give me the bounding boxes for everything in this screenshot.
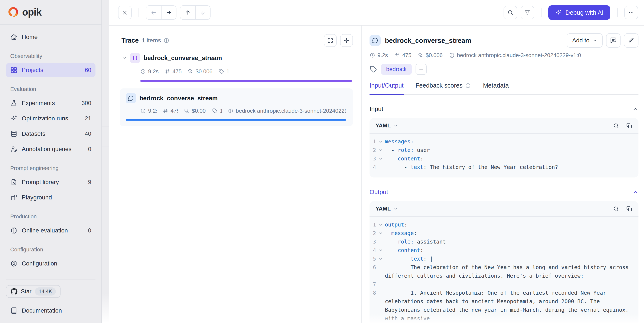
- cost-stat: $0.006: [188, 68, 213, 75]
- code-text: message:: [385, 229, 632, 238]
- edit-button[interactable]: [624, 33, 638, 48]
- comments-button[interactable]: [606, 33, 620, 48]
- fold-spacer: [379, 163, 385, 166]
- sidebar-item-label: Annotation queues: [22, 146, 84, 152]
- tag-icon: [370, 66, 377, 73]
- logo-wordmark: opik: [22, 6, 42, 18]
- sidebar-item-online-evaluation[interactable]: Online evaluation0: [6, 223, 96, 238]
- sidebar-item-count: 21: [85, 115, 91, 122]
- chevron-up-icon[interactable]: [632, 189, 638, 195]
- code-language-select[interactable]: YAML: [376, 206, 398, 212]
- line-number: 4: [373, 246, 379, 254]
- tab-feedback-scores[interactable]: Feedback scores: [416, 82, 471, 95]
- line-number: 3: [373, 238, 379, 246]
- sidebar-item-datasets[interactable]: Datasets40: [6, 126, 96, 141]
- documentation-icon: [10, 307, 18, 314]
- trace-tree-span-item-selected[interactable]: bedrock_converse_stream 9.2s475$0.0061be…: [120, 88, 353, 126]
- scan-icon: [327, 37, 334, 44]
- llm-span-type-icon: [370, 35, 380, 46]
- projects-icon: [10, 66, 18, 74]
- fold-chevron-icon[interactable]: [379, 146, 385, 152]
- input-code-block[interactable]: 1messages:2 - role: user3 content:4 - te…: [370, 134, 638, 178]
- stat-value: 9.2s: [148, 108, 157, 114]
- cost-icon: [188, 68, 194, 74]
- stat-value: 1: [220, 108, 222, 114]
- search-icon[interactable]: [613, 206, 619, 212]
- tab-metadata[interactable]: Metadata: [483, 82, 509, 95]
- collapse-all-button[interactable]: [340, 34, 353, 47]
- sidebar-item-annotation-queues[interactable]: Annotation queues0: [6, 142, 96, 156]
- background-table-strip: [102, 0, 109, 323]
- sidebar-item-configuration[interactable]: Configuration: [6, 256, 96, 271]
- chevron-down-icon[interactable]: [122, 56, 126, 60]
- fold-chevron-icon[interactable]: [379, 220, 385, 226]
- github-star-button[interactable]: Star 14.4K: [6, 285, 60, 298]
- chevron-up-icon[interactable]: [632, 106, 638, 112]
- stat-value: bedrock anthropic.claude-3-sonnet-202402…: [457, 52, 581, 58]
- span-item-title: bedrock_converse_stream: [139, 95, 218, 102]
- clock-stat: 9.2s: [140, 108, 157, 114]
- online-evaluation-icon: [10, 227, 18, 234]
- up-button[interactable]: [180, 6, 195, 20]
- fold-chevron-icon[interactable]: [379, 254, 385, 260]
- trace-duration-bar: [140, 80, 352, 82]
- code-text: - text: The history of the New Year cele…: [385, 163, 632, 172]
- trace-tree-root-item[interactable]: bedrock_converse_stream 9.2s475$0.0061: [122, 53, 353, 82]
- search-icon: [507, 9, 514, 16]
- sidebar-item-documentation[interactable]: Documentation: [6, 304, 96, 318]
- output-code-block[interactable]: 1output:2 message:3 role: assistant4 con…: [370, 217, 638, 323]
- code-language-select[interactable]: YAML: [376, 122, 398, 129]
- cost-stat: $0.006: [418, 52, 443, 58]
- fold-chevron-icon[interactable]: [379, 154, 385, 160]
- filter-button[interactable]: [520, 6, 534, 20]
- prev-trace-button[interactable]: [146, 6, 161, 20]
- sidebar-item-prompt-library[interactable]: Prompt library9: [6, 175, 96, 190]
- output-code-card: YAML 1output:2 message:3 role: assistant…: [370, 201, 638, 323]
- playground-icon: [10, 194, 18, 201]
- code-text: 1. Ancient Mesopotamia: One of the earli…: [385, 289, 632, 323]
- code-language-label: YAML: [376, 122, 390, 129]
- fold-chevron-icon[interactable]: [379, 229, 385, 235]
- tag-icon: [212, 108, 218, 114]
- tab-input-output[interactable]: Input/Output: [370, 82, 404, 95]
- code-text: messages:: [385, 138, 632, 146]
- fold-chevron-icon[interactable]: [379, 138, 385, 144]
- debug-with-ai-button[interactable]: Debug with AI: [548, 5, 610, 20]
- sidebar: opik Home ObservabilityProjects60Evaluat…: [0, 0, 102, 323]
- sidebar-item-projects[interactable]: Projects60: [6, 63, 96, 77]
- chevron-down-icon: [394, 124, 398, 128]
- more-actions-button[interactable]: [624, 6, 638, 20]
- trace-items-count: 1 items: [142, 37, 161, 44]
- line-number: 4: [373, 163, 379, 172]
- scan-details-button[interactable]: [324, 34, 337, 47]
- arrow-left-icon: [150, 9, 157, 16]
- sidebar-item-playground[interactable]: Playground: [6, 190, 96, 205]
- sidebar-section-label: Observability: [10, 53, 96, 60]
- sidebar-bottom: Star 14.4K Documentation: [6, 280, 96, 323]
- stat-value: $0.006: [196, 68, 213, 75]
- search-icon[interactable]: [613, 122, 619, 129]
- clock-stat: 9.2s: [370, 52, 388, 58]
- sidebar-item-experiments[interactable]: Experiments300: [6, 96, 96, 110]
- cost-icon: [418, 52, 424, 58]
- add-tag-button[interactable]: [416, 64, 427, 75]
- prev-next-button-group: [146, 5, 176, 20]
- fold-chevron-icon[interactable]: [379, 246, 385, 252]
- input-code-card: YAML 1messages:2 - role: user3 content:4…: [370, 118, 638, 178]
- sidebar-item-label: Optimization runs: [22, 115, 80, 122]
- tag-chip-bedrock[interactable]: bedrock: [381, 64, 412, 75]
- fold-spacer: [379, 238, 385, 240]
- sidebar-item-count: 40: [85, 130, 91, 137]
- next-trace-button[interactable]: [161, 6, 176, 20]
- divider: [617, 8, 618, 17]
- annotation-icon: [10, 146, 18, 153]
- search-button[interactable]: [504, 6, 517, 20]
- sidebar-item-home[interactable]: Home: [6, 30, 96, 44]
- add-to-button[interactable]: Add to: [567, 33, 603, 48]
- copy-icon[interactable]: [626, 206, 632, 212]
- close-button[interactable]: [118, 6, 132, 20]
- down-button[interactable]: [195, 6, 210, 20]
- sidebar-item-optimization-runs[interactable]: Optimization runs21: [6, 111, 96, 126]
- model-stat: bedrock anthropic.claude-3-sonnet-202402…: [228, 108, 346, 114]
- copy-icon[interactable]: [626, 122, 632, 129]
